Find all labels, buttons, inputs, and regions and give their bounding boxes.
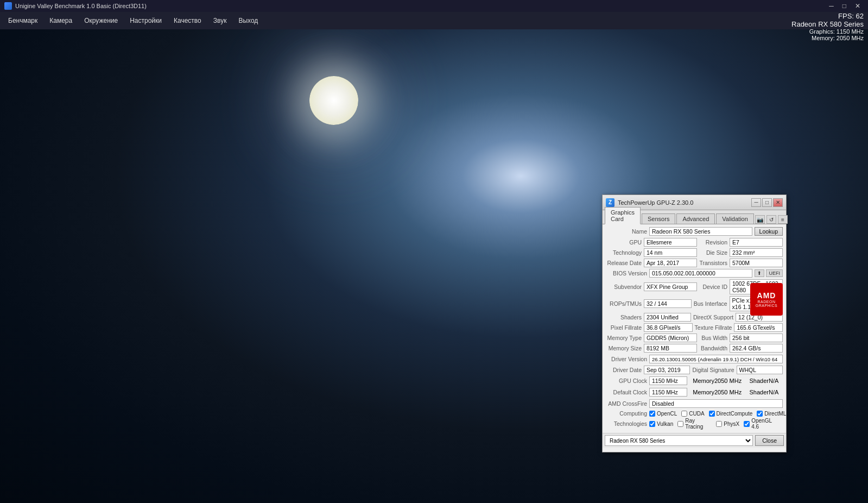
technology-row: Technology 14 nm Die Size 232 mm² [606, 248, 783, 257]
gpuz-minimize[interactable]: ─ [751, 198, 761, 207]
gpu-selector-dropdown[interactable]: Radeon RX 580 Series [605, 435, 753, 446]
vulkan-checkbox[interactable] [649, 421, 655, 427]
raytracing-label: Ray Tracing [685, 418, 712, 430]
moon [309, 76, 358, 125]
menu-camera[interactable]: Камера [43, 14, 78, 27]
gpu-clock-value: 1150 MHz [649, 376, 687, 385]
menu-exit[interactable]: Выход [232, 14, 264, 27]
menu-environment[interactable]: Окружение [78, 14, 124, 27]
amd-logo-area: AMD RADEON GRAPHICS [750, 283, 783, 316]
physx-check: PhysX [716, 421, 739, 427]
shaders-label: Shaders [606, 314, 644, 320]
opencl-check: OpenCL [649, 411, 677, 417]
directml-label: DirectML [764, 411, 786, 417]
driver-version-value: 26.20.13001.50005 (Adrenalin 19.9.1) DCH… [649, 355, 783, 363]
revision-label: Revision [697, 239, 730, 246]
refresh-icon-btn[interactable]: ↺ [766, 215, 776, 224]
subvendor-label: Subvendor [606, 284, 644, 290]
bus-interface-label: Bus Interface [692, 300, 730, 307]
directcompute-checkbox[interactable] [709, 411, 715, 417]
cuda-checkbox[interactable] [681, 411, 687, 417]
gpu-label: GPU [606, 239, 644, 246]
shader-value: N/A [769, 378, 786, 384]
memory-clock-label: Memory [687, 378, 714, 384]
gpu-value: Ellesmere [644, 238, 697, 247]
minimize-button[interactable]: ─ [826, 2, 837, 10]
default-shader-label: Shader [747, 389, 769, 395]
default-memory-value: 2050 MHz [714, 389, 747, 395]
memory-clock-value: 2050 MHz [714, 378, 747, 384]
physx-checkbox[interactable] [716, 421, 722, 427]
lookup-button[interactable]: Lookup [755, 227, 783, 236]
gpuz-tabs: Graphics Card Sensors Advanced Validatio… [603, 210, 786, 224]
menu-benchmak[interactable]: Бенчмарк [2, 14, 43, 27]
gpu-memory-clock: Memory: 2050 MHz [791, 35, 864, 41]
physx-label: PhysX [724, 421, 739, 427]
driver-date-value: Sep 03, 2019 [644, 366, 690, 374]
memory-size-value: 8192 MB [644, 344, 697, 353]
vulkan-label: Vulkan [657, 421, 673, 427]
gpuz-close[interactable]: ✕ [773, 198, 783, 207]
bandwidth-value: 262.4 GB/s [730, 344, 783, 353]
opencl-checkbox[interactable] [649, 411, 655, 417]
computing-label: Computing [606, 410, 649, 417]
pixel-fillrate-value: 36.8 GPixel/s [644, 323, 693, 332]
memory-size-bandwidth-row: Memory Size 8192 MB Bandwidth 262.4 GB/s [606, 344, 783, 353]
bios-value: 015.050.002.001.000000 [649, 269, 752, 278]
tab-validation[interactable]: Validation [716, 213, 754, 224]
technologies-row: Technologies Vulkan Ray Tracing PhysX Op… [606, 418, 783, 430]
default-shader-value: N/A [769, 389, 786, 395]
name-label: Name [606, 228, 649, 235]
close-button[interactable]: ✕ [852, 2, 864, 10]
memory-type-bus-row: Memory Type GDDR5 (Micron) Bus Width 256… [606, 334, 783, 342]
default-clock-label: Default Clock [606, 389, 649, 395]
tab-advanced[interactable]: Advanced [676, 213, 715, 224]
menu-sound[interactable]: Звук [207, 14, 233, 27]
amd-subtext2: GRAPHICS [756, 304, 778, 307]
gpuz-maximize[interactable]: □ [762, 198, 772, 207]
opengl-label: OpenGL 4.6 [751, 418, 778, 430]
release-date-label: Release Date [606, 260, 644, 266]
amd-text: AMD [757, 291, 776, 300]
bios-copy-icon[interactable]: ⬆ [755, 269, 764, 277]
maximize-button[interactable]: □ [839, 2, 850, 10]
opengl-checkbox[interactable] [744, 421, 750, 427]
menu-settings[interactable]: Настройки [124, 14, 168, 27]
fillrate-row: Pixel Fillrate 36.8 GPixel/s Texture Fil… [606, 323, 783, 332]
bios-row: BIOS Version 015.050.002.001.000000 ⬆ UE… [606, 269, 783, 278]
name-value: Radeon RX 580 Series [649, 227, 752, 236]
name-row: Name Radeon RX 580 Series Lookup [606, 227, 783, 236]
transistors-value: 5700M [730, 259, 783, 267]
rops-value: 32 / 144 [644, 299, 692, 308]
raytracing-checkbox[interactable] [677, 421, 683, 427]
menu-quality[interactable]: Качество [168, 14, 207, 27]
driver-version-row: Driver Version 26.20.13001.50005 (Adrena… [606, 354, 783, 364]
crossfire-row: AMD CrossFire Disabled [606, 399, 783, 408]
window-controls: ─ □ ✕ [826, 2, 864, 10]
shader-label: Shader [747, 378, 769, 384]
directml-checkbox[interactable] [757, 411, 763, 417]
technology-value: 14 nm [644, 248, 697, 257]
gpu-name: Radeon RX 580 Series [791, 20, 864, 28]
menu-icon-btn[interactable]: ≡ [778, 215, 788, 224]
fps-label: FPS: 62 [791, 12, 864, 20]
driver-version-label: Driver Version [606, 356, 649, 362]
default-memory-label: Memory [687, 389, 714, 395]
rops-label: ROPs/TMUs [606, 300, 644, 307]
camera-icon-btn[interactable]: 📷 [755, 215, 765, 224]
driver-date-sig-row: Driver Date Sep 03, 2019 Digital Signatu… [606, 366, 783, 374]
technologies-label: Technologies [606, 420, 649, 427]
directcompute-label: DirectCompute [717, 411, 753, 417]
revision-value: E7 [730, 238, 783, 247]
bios-uefi-btn[interactable]: UEFI [766, 269, 783, 277]
subvendor-value: XFX Pine Group [644, 282, 697, 291]
gpuz-content: AMD RADEON GRAPHICS Name Radeon RX 580 S… [603, 224, 786, 433]
computing-row: Computing OpenCL CUDA DirectCompute Dire… [606, 410, 783, 417]
bus-width-value: 256 bit [730, 334, 783, 342]
amd-subtext: RADEON [758, 300, 776, 304]
default-clock-row: Default Clock 1150 MHz Memory 2050 MHz S… [606, 387, 783, 397]
tab-graphics-card[interactable]: Graphics Card [605, 207, 641, 224]
gpuz-win-controls: ─ □ ✕ [751, 198, 783, 207]
gpuz-close-button[interactable]: Close [755, 435, 784, 446]
tab-sensors[interactable]: Sensors [642, 213, 675, 224]
